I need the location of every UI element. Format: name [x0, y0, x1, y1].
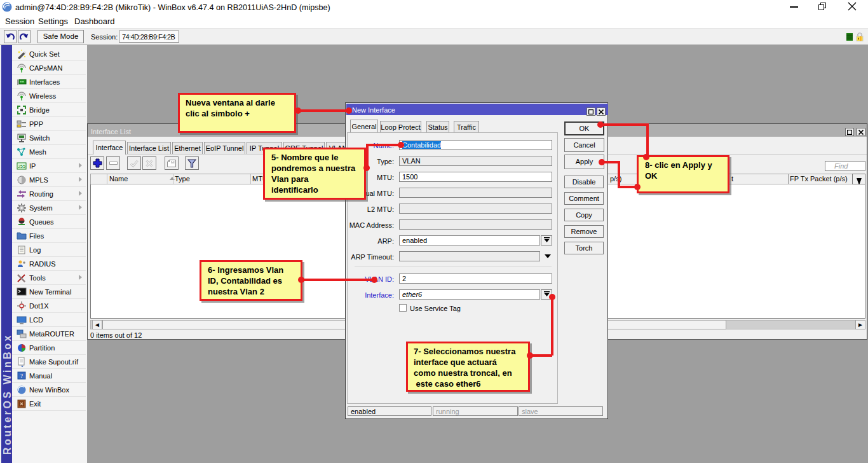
svg-text:255: 255: [18, 164, 25, 169]
svg-text:?: ?: [20, 373, 23, 379]
